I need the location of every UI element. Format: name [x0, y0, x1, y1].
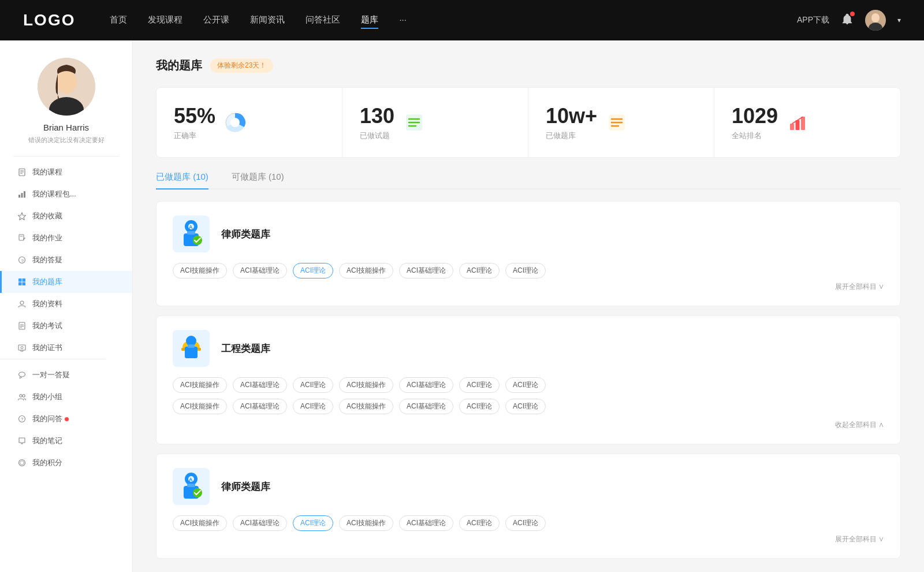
eng-tag-r1-6[interactable]: ACI理论 — [505, 377, 546, 393]
qbank-title-lawyer-2: 律师类题库 — [221, 480, 270, 493]
sidebar-item-exam[interactable]: 我的考试 — [0, 315, 132, 337]
nav-more[interactable]: ··· — [399, 12, 407, 29]
tag-3[interactable]: ACI技能操作 — [339, 263, 393, 278]
sidebar-avatar-image — [38, 58, 95, 116]
sidebar-item-homework[interactable]: 我的作业 — [0, 227, 132, 249]
nav-openclass[interactable]: 公开课 — [203, 12, 229, 29]
notification-bell[interactable] — [841, 13, 854, 28]
sidebar-item-qa[interactable]: ? 我的答疑 — [0, 249, 132, 271]
tag-l2-5[interactable]: ACI理论 — [459, 515, 500, 531]
svg-rect-54 — [187, 231, 195, 235]
sidebar-item-points[interactable]: 我的积分 — [0, 452, 132, 474]
sidebar-item-coursepack[interactable]: 我的课程包... — [0, 183, 132, 205]
sidebar-item-qbank-label: 我的题库 — [32, 277, 62, 287]
eng-tag-r1-3[interactable]: ACI技能操作 — [339, 377, 393, 393]
bar-icon — [17, 190, 27, 199]
sidebar-item-notes-label: 我的笔记 — [32, 436, 62, 446]
tab-done[interactable]: 已做题库 (10) — [156, 172, 208, 190]
cert-icon — [17, 343, 27, 352]
stat-rank-info: 1029 全站排名 — [732, 104, 778, 141]
sidebar-motto: 错误的决定比没有决定要好 — [28, 136, 105, 144]
topnav: LOGO 首页 发现课程 公开课 新闻资讯 问答社区 题库 ··· APP下载 … — [0, 0, 924, 40]
eng-tag-r1-0[interactable]: ACI技能操作 — [173, 377, 227, 393]
sidebar-divider2 — [0, 359, 106, 359]
avatar[interactable] — [865, 10, 886, 31]
eng-tag-r2-1[interactable]: ACI基础理论 — [233, 399, 287, 414]
eng-tag-r1-4[interactable]: ACI基础理论 — [399, 377, 453, 393]
nav-news[interactable]: 新闻资讯 — [250, 12, 285, 29]
tag-l2-1[interactable]: ACI基础理论 — [233, 515, 287, 531]
sidebar-item-courses[interactable]: 我的课程 — [0, 161, 132, 183]
eng-tag-r2-5[interactable]: ACI理论 — [459, 399, 500, 414]
eng-tag-r1-2[interactable]: ACI理论 — [293, 377, 333, 393]
sidebar-item-coursepack-label: 我的课程包... — [32, 189, 76, 199]
qbank-tags-lawyer-1: ACI技能操作 ACI基础理论 ACI理论 ACI技能操作 ACI基础理论 AC… — [173, 263, 884, 278]
svg-rect-21 — [23, 283, 26, 286]
svg-rect-50 — [796, 120, 800, 130]
qbank-tags-eng-row2: ACI技能操作 ACI基础理论 ACI理论 ACI技能操作 ACI基础理论 AC… — [173, 399, 884, 414]
sidebar-item-group[interactable]: 我的小组 — [0, 386, 132, 408]
tag-2[interactable]: ACI理论 — [293, 263, 333, 278]
svg-text:?: ? — [21, 258, 24, 263]
group-icon — [17, 392, 27, 402]
eng-tag-r1-1[interactable]: ACI基础理论 — [233, 377, 287, 393]
lawyer-icon-svg: A — [177, 218, 206, 250]
notification-dot — [850, 12, 855, 16]
nav-home[interactable]: 首页 — [110, 12, 127, 29]
svg-rect-64 — [187, 484, 195, 487]
sidebar-item-1on1[interactable]: 一对一答疑 — [0, 364, 132, 386]
accuracy-icon — [225, 112, 245, 133]
sidebar-item-favorites-label: 我的收藏 — [32, 211, 62, 221]
tag-l2-2[interactable]: ACI理论 — [293, 515, 333, 531]
tag-6[interactable]: ACI理论 — [505, 263, 546, 278]
tag-l2-4[interactable]: ACI基础理论 — [399, 515, 453, 531]
sidebar-item-cert[interactable]: 我的证书 — [0, 337, 132, 359]
sidebar-item-notes[interactable]: 我的笔记 — [0, 430, 132, 452]
svg-text:?: ? — [21, 417, 24, 422]
tag-l2-0[interactable]: ACI技能操作 — [173, 515, 227, 531]
svg-point-34 — [23, 395, 25, 397]
svg-point-38 — [20, 461, 24, 465]
svg-rect-20 — [18, 283, 22, 286]
user-chevron[interactable]: ▾ — [897, 16, 901, 24]
tag-1[interactable]: ACI基础理论 — [233, 263, 287, 278]
sidebar-avatar — [38, 58, 95, 116]
eng-tag-r1-5[interactable]: ACI理论 — [459, 377, 500, 393]
stat-questions-info: 130 已做试题 — [360, 104, 394, 141]
tag-4[interactable]: ACI基础理论 — [399, 263, 453, 278]
tag-l2-6[interactable]: ACI理论 — [505, 515, 546, 531]
stat-accuracy-number: 55% 正确率 — [174, 104, 215, 141]
eng-tag-r2-3[interactable]: ACI技能操作 — [339, 399, 393, 414]
lawyer2-icon-svg: A — [177, 471, 206, 503]
qbank-card-header-lawyer2: A 律师类题库 — [173, 468, 884, 505]
nav-discover[interactable]: 发现课程 — [148, 12, 182, 29]
qbank-expand-engineer[interactable]: 收起全部科目 ∧ — [173, 420, 884, 430]
tag-0[interactable]: ACI技能操作 — [173, 263, 227, 278]
appdown-button[interactable]: APP下载 — [797, 15, 829, 25]
sidebar-item-profile[interactable]: 我的资料 — [0, 293, 132, 315]
page-title: 我的题库 — [156, 58, 202, 73]
eng-tag-r2-0[interactable]: ACI技能操作 — [173, 399, 227, 414]
sidebar-username: Brian Harris — [43, 122, 89, 132]
nav-qa[interactable]: 问答社区 — [305, 12, 340, 29]
sidebar-item-qbank[interactable]: 我的题库 — [0, 271, 132, 293]
qbank-expand-lawyer-2[interactable]: 展开全部科目 ∨ — [173, 534, 884, 544]
tab-todo[interactable]: 可做题库 (10) — [232, 172, 284, 188]
tag-l2-3[interactable]: ACI技能操作 — [339, 515, 393, 531]
sidebar-item-favorites[interactable]: 我的收藏 — [0, 205, 132, 227]
qbank-tags-row-2: ACI技能操作 ACI基础理论 ACI理论 ACI技能操作 ACI基础理论 AC… — [173, 399, 884, 414]
eng-tag-r2-4[interactable]: ACI基础理论 — [399, 399, 453, 414]
nav-qbank[interactable]: 题库 — [361, 12, 378, 29]
engineer-icon — [173, 330, 210, 367]
stat-number-rank: 1029 — [732, 104, 778, 128]
sidebar-item-myqa[interactable]: ? 我的问答 — [0, 408, 132, 430]
tag-5[interactable]: ACI理论 — [459, 263, 500, 278]
svg-point-33 — [20, 395, 22, 397]
svg-rect-12 — [24, 191, 25, 198]
eng-tag-r2-6[interactable]: ACI理论 — [505, 399, 546, 414]
svg-marker-13 — [18, 213, 26, 220]
svg-rect-10 — [18, 195, 20, 198]
qbank-expand-lawyer-1[interactable]: 展开全部科目 ∨ — [173, 282, 884, 292]
engineer-icon-svg — [177, 333, 206, 365]
eng-tag-r2-2[interactable]: ACI理论 — [293, 399, 333, 414]
